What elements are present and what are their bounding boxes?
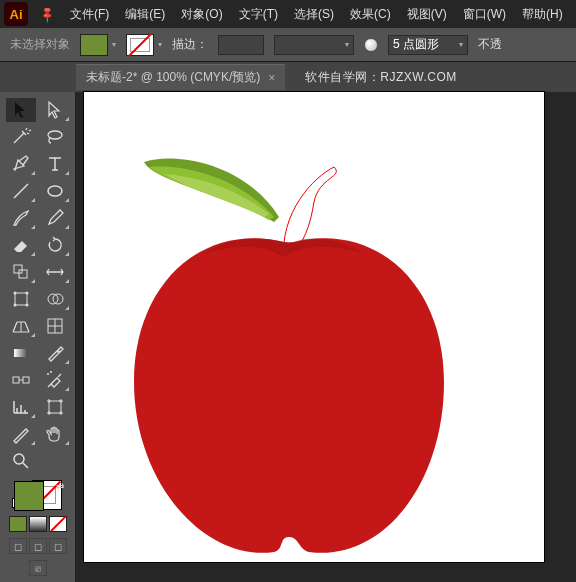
- menu-select[interactable]: 选择(S): [286, 0, 342, 28]
- menu-edit[interactable]: 编辑(E): [117, 0, 173, 28]
- stroke-label: 描边：: [172, 36, 208, 53]
- graph-tool[interactable]: [6, 395, 36, 419]
- stroke-dropdown-icon[interactable]: ▾: [158, 40, 162, 49]
- mesh-tool[interactable]: [40, 314, 70, 338]
- magic-wand-tool[interactable]: [6, 125, 36, 149]
- scale-tool[interactable]: [6, 260, 36, 284]
- menu-object[interactable]: 对象(O): [173, 0, 230, 28]
- svg-point-7: [13, 304, 16, 307]
- color-mode-solid[interactable]: [9, 516, 27, 532]
- menu-effect[interactable]: 效果(C): [342, 0, 399, 28]
- svg-rect-17: [49, 401, 61, 413]
- shape-builder-tool[interactable]: [40, 287, 70, 311]
- opacity-label: 不透: [478, 36, 502, 53]
- line-tool[interactable]: [6, 179, 36, 203]
- canvas[interactable]: [76, 92, 576, 582]
- menu-bar: Ai 📌 文件(F) 编辑(E) 对象(O) 文字(T) 选择(S) 效果(C)…: [0, 0, 576, 28]
- tab-title: 未标题-2* @ 100% (CMYK/预览): [86, 69, 260, 86]
- watermark-text: 软件自学网：RJZXW.COM: [305, 69, 457, 86]
- free-transform-tool[interactable]: [6, 287, 36, 311]
- selection-status: 未选择对象: [10, 36, 70, 53]
- pen-tool[interactable]: [6, 152, 36, 176]
- draw-behind[interactable]: ◻: [29, 538, 47, 554]
- stroke-swatch[interactable]: [126, 34, 154, 56]
- svg-rect-3: [19, 270, 27, 278]
- svg-point-0: [48, 131, 62, 139]
- color-mode-row: [9, 516, 67, 532]
- lasso-tool[interactable]: [40, 125, 70, 149]
- svg-point-1: [48, 186, 62, 196]
- blend-tool[interactable]: [6, 368, 36, 392]
- svg-point-6: [25, 292, 28, 295]
- fill-swatch[interactable]: [80, 34, 108, 56]
- screen-mode-row: ⎚: [29, 560, 47, 576]
- artwork: [84, 92, 544, 562]
- direct-selection-tool[interactable]: [40, 98, 70, 122]
- svg-point-18: [14, 454, 24, 464]
- svg-rect-14: [23, 377, 29, 383]
- zoom-tool[interactable]: [6, 449, 36, 473]
- type-tool[interactable]: [40, 152, 70, 176]
- brush-dot-icon: [364, 38, 378, 52]
- menu-type[interactable]: 文字(T): [231, 0, 286, 28]
- menu-help[interactable]: 帮助(H): [514, 0, 571, 28]
- color-mode-gradient[interactable]: [29, 516, 47, 532]
- draw-normal[interactable]: ◻: [9, 538, 27, 554]
- svg-rect-2: [14, 265, 22, 273]
- draw-inside[interactable]: ◻: [49, 538, 67, 554]
- swap-colors-icon[interactable]: ⇄: [56, 481, 64, 492]
- rotate-tool[interactable]: [40, 233, 70, 257]
- width-tool[interactable]: [40, 260, 70, 284]
- eyedropper-tool[interactable]: [40, 341, 70, 365]
- svg-point-5: [13, 292, 16, 295]
- toolbox: ⇄ ◻ ◻ ◻ ⎚: [0, 92, 76, 582]
- document-tab-bar: 未标题-2* @ 100% (CMYK/预览) × 软件自学网：RJZXW.CO…: [0, 62, 576, 92]
- menu-window[interactable]: 窗口(W): [455, 0, 514, 28]
- screen-mode[interactable]: ⎚: [29, 560, 47, 576]
- pin-icon[interactable]: 📌: [37, 4, 56, 23]
- menu-view[interactable]: 视图(V): [399, 0, 455, 28]
- svg-point-8: [25, 304, 28, 307]
- options-bar: 未选择对象 ▾ ▾ 描边： 5 点圆形 不透: [0, 28, 576, 62]
- document-tab[interactable]: 未标题-2* @ 100% (CMYK/预览) ×: [76, 64, 285, 90]
- workspace: ⇄ ◻ ◻ ◻ ⎚: [0, 92, 576, 582]
- stroke-style-select[interactable]: [274, 35, 354, 55]
- fill-dropdown-icon[interactable]: ▾: [112, 40, 116, 49]
- svg-rect-13: [13, 377, 19, 383]
- pencil-tool[interactable]: [40, 206, 70, 230]
- symbol-sprayer-tool[interactable]: [40, 368, 70, 392]
- color-mode-none[interactable]: [49, 516, 67, 532]
- artboard-tool[interactable]: [40, 395, 70, 419]
- svg-rect-4: [15, 293, 27, 305]
- svg-point-15: [47, 373, 49, 375]
- fill-color[interactable]: [14, 481, 44, 511]
- slice-tool[interactable]: [6, 422, 36, 446]
- artboard[interactable]: [84, 92, 544, 562]
- svg-point-16: [50, 371, 52, 373]
- empty-tool: [40, 449, 70, 473]
- tab-close-icon[interactable]: ×: [268, 71, 275, 85]
- brush-select[interactable]: 5 点圆形: [388, 35, 468, 55]
- ellipse-tool[interactable]: [40, 179, 70, 203]
- gradient-tool[interactable]: [6, 341, 36, 365]
- svg-rect-12: [14, 349, 28, 357]
- draw-mode-row: ◻ ◻ ◻: [9, 538, 67, 554]
- paintbrush-tool[interactable]: [6, 206, 36, 230]
- selection-tool[interactable]: [6, 98, 36, 122]
- menu-file[interactable]: 文件(F): [62, 0, 117, 28]
- eraser-tool[interactable]: [6, 233, 36, 257]
- fill-stroke-swatch: ⇄: [14, 481, 62, 510]
- perspective-tool[interactable]: [6, 314, 36, 338]
- app-logo: Ai: [4, 2, 28, 26]
- hand-tool[interactable]: [40, 422, 70, 446]
- stroke-weight-input[interactable]: [218, 35, 264, 55]
